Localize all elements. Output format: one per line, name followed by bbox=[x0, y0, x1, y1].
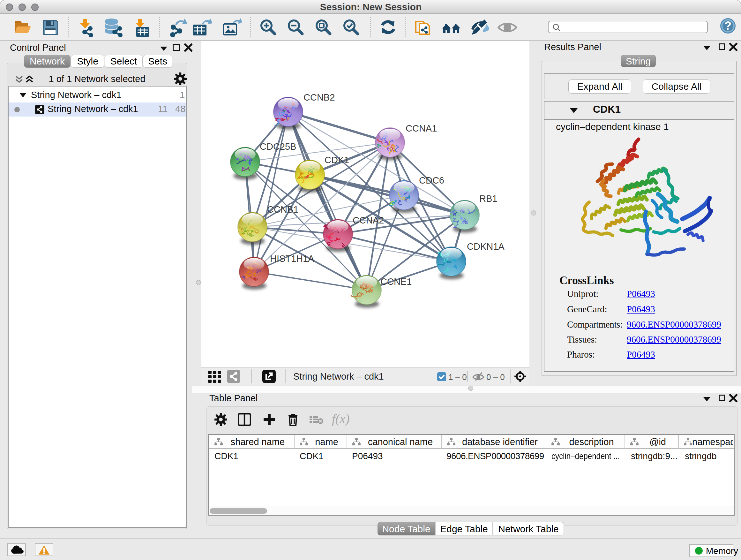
svg-text:CCNB2: CCNB2 bbox=[304, 92, 335, 103]
svg-text:CCNE1: CCNE1 bbox=[381, 276, 412, 287]
svg-text:CDKN1A: CDKN1A bbox=[467, 241, 504, 252]
svg-text:CDC6: CDC6 bbox=[419, 175, 444, 186]
svg-text:HIST1H1A: HIST1H1A bbox=[270, 253, 314, 264]
svg-text:CDC25B: CDC25B bbox=[260, 141, 296, 152]
svg-text:CCNA2: CCNA2 bbox=[353, 215, 384, 226]
svg-text:?: ? bbox=[724, 19, 731, 32]
svg-text:CDK1: CDK1 bbox=[325, 155, 349, 165]
svg-text:CCNA1: CCNA1 bbox=[406, 123, 437, 133]
svg-text:RB1: RB1 bbox=[479, 193, 497, 204]
svg-text:CCNB1: CCNB1 bbox=[267, 204, 298, 214]
